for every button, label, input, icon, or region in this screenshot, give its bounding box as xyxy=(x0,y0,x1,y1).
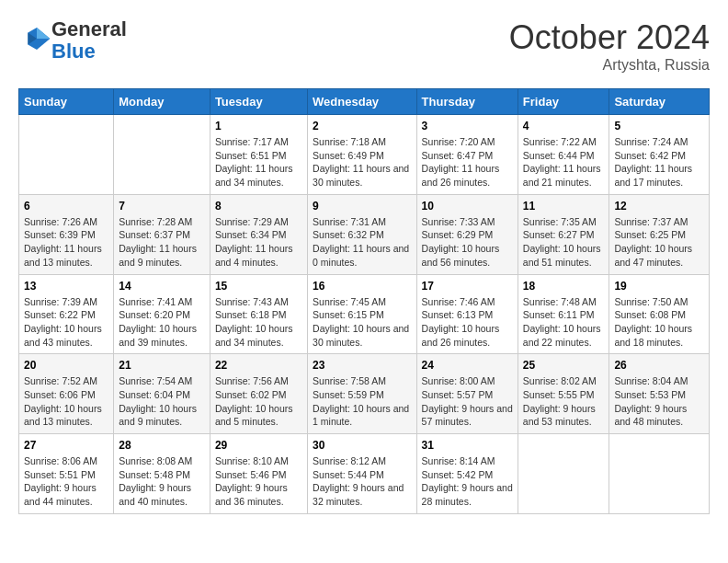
calendar-header-row: SundayMondayTuesdayWednesdayThursdayFrid… xyxy=(19,89,710,115)
day-number: 13 xyxy=(24,280,108,293)
day-detail: Sunrise: 8:08 AMSunset: 5:48 PMDaylight:… xyxy=(119,454,205,509)
calendar-cell xyxy=(114,115,210,195)
day-number: 23 xyxy=(313,359,411,372)
day-detail: Sunrise: 8:04 AMSunset: 5:53 PMDaylight:… xyxy=(614,374,704,429)
day-detail: Sunrise: 7:35 AMSunset: 6:27 PMDaylight:… xyxy=(523,215,605,270)
day-detail: Sunrise: 7:24 AMSunset: 6:42 PMDaylight:… xyxy=(614,135,704,190)
day-detail: Sunrise: 7:39 AMSunset: 6:22 PMDaylight:… xyxy=(24,295,108,350)
calendar-cell: 17Sunrise: 7:46 AMSunset: 6:13 PMDayligh… xyxy=(416,274,518,354)
calendar-cell: 7Sunrise: 7:28 AMSunset: 6:37 PMDaylight… xyxy=(114,194,210,274)
day-number: 2 xyxy=(313,120,411,132)
day-number: 19 xyxy=(614,280,704,293)
day-number: 8 xyxy=(215,200,302,213)
day-detail: Sunrise: 7:46 AMSunset: 6:13 PMDaylight:… xyxy=(422,295,513,350)
calendar-cell: 11Sunrise: 7:35 AMSunset: 6:27 PMDayligh… xyxy=(518,194,609,274)
week-row-3: 13Sunrise: 7:39 AMSunset: 6:22 PMDayligh… xyxy=(19,274,710,354)
calendar-cell: 27Sunrise: 8:06 AMSunset: 5:51 PMDayligh… xyxy=(19,434,114,514)
day-number: 31 xyxy=(422,439,513,452)
col-header-friday: Friday xyxy=(518,89,609,115)
day-number: 15 xyxy=(215,280,302,293)
calendar-cell: 29Sunrise: 8:10 AMSunset: 5:46 PMDayligh… xyxy=(210,434,307,514)
day-detail: Sunrise: 7:17 AMSunset: 6:51 PMDaylight:… xyxy=(215,135,302,190)
week-row-4: 20Sunrise: 7:52 AMSunset: 6:06 PMDayligh… xyxy=(19,354,710,434)
day-detail: Sunrise: 7:22 AMSunset: 6:44 PMDaylight:… xyxy=(523,135,605,190)
calendar-cell: 2Sunrise: 7:18 AMSunset: 6:49 PMDaylight… xyxy=(308,115,416,195)
calendar-cell: 10Sunrise: 7:33 AMSunset: 6:29 PMDayligh… xyxy=(416,194,518,274)
day-number: 14 xyxy=(119,280,205,293)
day-detail: Sunrise: 7:28 AMSunset: 6:37 PMDaylight:… xyxy=(119,215,205,270)
calendar-cell: 3Sunrise: 7:20 AMSunset: 6:47 PMDaylight… xyxy=(416,115,518,195)
calendar-cell: 25Sunrise: 8:02 AMSunset: 5:55 PMDayligh… xyxy=(518,354,609,434)
day-detail: Sunrise: 7:18 AMSunset: 6:49 PMDaylight:… xyxy=(313,135,411,190)
day-detail: Sunrise: 7:56 AMSunset: 6:02 PMDaylight:… xyxy=(215,374,302,429)
col-header-sunday: Sunday xyxy=(19,89,114,115)
calendar-cell: 19Sunrise: 7:50 AMSunset: 6:08 PMDayligh… xyxy=(609,274,710,354)
day-detail: Sunrise: 7:45 AMSunset: 6:15 PMDaylight:… xyxy=(313,295,411,350)
day-detail: Sunrise: 7:58 AMSunset: 5:59 PMDaylight:… xyxy=(313,374,411,429)
calendar-cell: 18Sunrise: 7:48 AMSunset: 6:11 PMDayligh… xyxy=(518,274,609,354)
day-detail: Sunrise: 7:29 AMSunset: 6:34 PMDaylight:… xyxy=(215,215,302,270)
calendar-cell: 4Sunrise: 7:22 AMSunset: 6:44 PMDaylight… xyxy=(518,115,609,195)
day-detail: Sunrise: 8:06 AMSunset: 5:51 PMDaylight:… xyxy=(24,454,108,509)
col-header-tuesday: Tuesday xyxy=(210,89,307,115)
calendar-cell: 15Sunrise: 7:43 AMSunset: 6:18 PMDayligh… xyxy=(210,274,307,354)
day-detail: Sunrise: 7:54 AMSunset: 6:04 PMDaylight:… xyxy=(119,374,205,429)
calendar-cell: 26Sunrise: 8:04 AMSunset: 5:53 PMDayligh… xyxy=(609,354,710,434)
day-detail: Sunrise: 7:26 AMSunset: 6:39 PMDaylight:… xyxy=(24,215,108,270)
day-number: 18 xyxy=(523,280,605,293)
calendar-cell: 16Sunrise: 7:45 AMSunset: 6:15 PMDayligh… xyxy=(308,274,416,354)
calendar-cell: 1Sunrise: 7:17 AMSunset: 6:51 PMDaylight… xyxy=(210,115,307,195)
day-number: 22 xyxy=(215,359,302,372)
day-detail: Sunrise: 7:37 AMSunset: 6:25 PMDaylight:… xyxy=(614,215,704,270)
week-row-1: 1Sunrise: 7:17 AMSunset: 6:51 PMDaylight… xyxy=(19,115,710,195)
day-detail: Sunrise: 8:02 AMSunset: 5:55 PMDaylight:… xyxy=(523,374,605,429)
calendar-cell xyxy=(19,115,114,195)
calendar-cell xyxy=(518,434,609,514)
calendar-cell: 5Sunrise: 7:24 AMSunset: 6:42 PMDaylight… xyxy=(609,115,710,195)
week-row-2: 6Sunrise: 7:26 AMSunset: 6:39 PMDaylight… xyxy=(19,194,710,274)
calendar-cell: 21Sunrise: 7:54 AMSunset: 6:04 PMDayligh… xyxy=(114,354,210,434)
day-detail: Sunrise: 7:48 AMSunset: 6:11 PMDaylight:… xyxy=(523,295,605,350)
day-number: 26 xyxy=(614,359,704,372)
calendar-cell: 6Sunrise: 7:26 AMSunset: 6:39 PMDaylight… xyxy=(19,194,114,274)
title-block: October 2024 Artyshta, Russia xyxy=(509,18,710,74)
location-subtitle: Artyshta, Russia xyxy=(509,57,710,74)
calendar-cell: 8Sunrise: 7:29 AMSunset: 6:34 PMDaylight… xyxy=(210,194,307,274)
week-row-5: 27Sunrise: 8:06 AMSunset: 5:51 PMDayligh… xyxy=(19,434,710,514)
logo: General Blue xyxy=(18,18,127,63)
day-number: 6 xyxy=(24,200,108,213)
calendar-cell: 20Sunrise: 7:52 AMSunset: 6:06 PMDayligh… xyxy=(19,354,114,434)
calendar-cell xyxy=(609,434,710,514)
col-header-saturday: Saturday xyxy=(609,89,710,115)
logo-general: General xyxy=(51,17,127,40)
calendar-cell: 28Sunrise: 8:08 AMSunset: 5:48 PMDayligh… xyxy=(114,434,210,514)
col-header-monday: Monday xyxy=(114,89,210,115)
calendar-cell: 22Sunrise: 7:56 AMSunset: 6:02 PMDayligh… xyxy=(210,354,307,434)
day-detail: Sunrise: 7:43 AMSunset: 6:18 PMDaylight:… xyxy=(215,295,302,350)
day-number: 28 xyxy=(119,439,205,452)
day-number: 16 xyxy=(313,280,411,293)
day-number: 11 xyxy=(523,200,605,213)
day-detail: Sunrise: 7:31 AMSunset: 6:32 PMDaylight:… xyxy=(313,215,411,270)
day-number: 10 xyxy=(422,200,513,213)
day-detail: Sunrise: 8:12 AMSunset: 5:44 PMDaylight:… xyxy=(313,454,411,509)
day-detail: Sunrise: 7:20 AMSunset: 6:47 PMDaylight:… xyxy=(422,135,513,190)
logo-icon xyxy=(22,24,51,53)
day-number: 3 xyxy=(422,120,513,132)
logo-text: General Blue xyxy=(51,18,127,63)
calendar-cell: 31Sunrise: 8:14 AMSunset: 5:42 PMDayligh… xyxy=(416,434,518,514)
page-header: General Blue October 2024 Artyshta, Russ… xyxy=(18,18,710,74)
day-number: 29 xyxy=(215,439,302,452)
day-detail: Sunrise: 7:41 AMSunset: 6:20 PMDaylight:… xyxy=(119,295,205,350)
calendar-table: SundayMondayTuesdayWednesdayThursdayFrid… xyxy=(18,88,710,514)
day-number: 30 xyxy=(313,439,411,452)
day-number: 9 xyxy=(313,200,411,213)
col-header-thursday: Thursday xyxy=(416,89,518,115)
day-number: 4 xyxy=(523,120,605,132)
calendar-cell: 24Sunrise: 8:00 AMSunset: 5:57 PMDayligh… xyxy=(416,354,518,434)
day-number: 7 xyxy=(119,200,205,213)
calendar-cell: 12Sunrise: 7:37 AMSunset: 6:25 PMDayligh… xyxy=(609,194,710,274)
day-detail: Sunrise: 7:52 AMSunset: 6:06 PMDaylight:… xyxy=(24,374,108,429)
day-detail: Sunrise: 7:33 AMSunset: 6:29 PMDaylight:… xyxy=(422,215,513,270)
day-number: 17 xyxy=(422,280,513,293)
